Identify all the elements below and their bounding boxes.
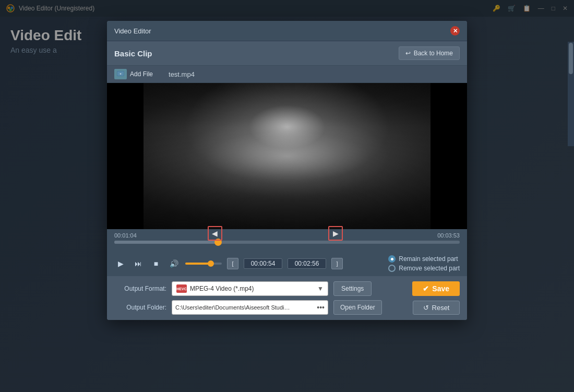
format-select-text: MPEG-4 Video (*.mp4): [190, 285, 254, 292]
volume-slider[interactable]: [185, 263, 222, 265]
modal-close-button[interactable]: ✕: [450, 26, 460, 35]
controls-row: ▶ ⏭ ■ 🔊 [ ]: [107, 251, 467, 276]
format-select[interactable]: HEVC MPEG-4 Video (*.mp4) ▼: [172, 281, 328, 296]
selection-radio-group: Remain selected part Remove selected par…: [388, 255, 460, 272]
modal-dialog: Video Editor ✕ Basic Clip ↩ Back to Home: [107, 21, 467, 320]
clip-start-button[interactable]: [: [227, 258, 238, 269]
clip-marker-right[interactable]: ▶: [328, 226, 343, 241]
back-to-home-button[interactable]: ↩ Back to Home: [399, 46, 460, 60]
modal-header: Basic Clip ↩ Back to Home: [107, 41, 467, 65]
settings-button[interactable]: Settings: [333, 281, 372, 296]
video-player[interactable]: [107, 83, 467, 229]
timeline-track[interactable]: ◀ ▶: [114, 241, 460, 244]
action-buttons: ✔ Save: [412, 281, 460, 296]
remain-selected-dot: [388, 255, 396, 263]
save-button[interactable]: ✔ Save: [412, 281, 460, 296]
modal-overlay: Video Editor ✕ Basic Clip ↩ Back to Home: [0, 0, 574, 392]
timeline-progress: [114, 241, 218, 244]
next-button[interactable]: ⏭: [132, 257, 145, 270]
save-check-icon: ✔: [423, 284, 429, 293]
remain-selected-radio[interactable]: Remain selected part: [388, 255, 460, 263]
right-scrollbar[interactable]: [568, 42, 574, 146]
time-start-label: 00:01:04: [114, 232, 137, 239]
svg-text:+: +: [119, 72, 122, 75]
remove-selected-radio[interactable]: Remove selected part: [388, 265, 460, 272]
video-frame: [107, 83, 467, 229]
video-right-bar: [430, 83, 467, 229]
modal-title: Video Editor: [114, 27, 151, 35]
clip-end-time[interactable]: [288, 258, 326, 269]
back-icon: ↩: [405, 50, 411, 57]
volume-button[interactable]: 🔊: [168, 257, 180, 270]
format-icon: HEVC: [176, 284, 187, 293]
app-background: Video Editor (Unregistered) 🔑 🛒 📋 — □ ✕ …: [0, 0, 574, 392]
add-file-icon: +: [114, 69, 127, 79]
folder-dots-button[interactable]: •••: [317, 303, 325, 312]
modal-section-title: Basic Clip: [114, 49, 152, 58]
open-folder-button[interactable]: Open Folder: [333, 300, 382, 315]
chevron-down-icon: ▼: [317, 285, 324, 292]
clip-marker-left[interactable]: ◀: [208, 226, 222, 241]
folder-path-input[interactable]: C:\Users\editer\Documents\Aiseesoft Stud…: [172, 300, 328, 315]
play-button[interactable]: ▶: [114, 257, 127, 270]
reset-button[interactable]: ↺ Reset: [413, 301, 460, 315]
volume-knob[interactable]: [208, 260, 214, 267]
stop-button[interactable]: ■: [150, 257, 162, 270]
video-left-bar: [107, 83, 144, 229]
scrollbar-thumb[interactable]: [569, 43, 573, 74]
modal-titlebar: Video Editor ✕: [107, 21, 467, 41]
clip-start-time[interactable]: [244, 258, 282, 269]
clip-end-button[interactable]: ]: [331, 258, 343, 269]
format-row: Output Format: HEVC MPEG-4 Video (*.mp4)…: [114, 281, 460, 296]
time-labels: 00:01:04 00:03:53: [114, 232, 460, 239]
folder-row: Output Folder: C:\Users\editer\Documents…: [114, 300, 460, 315]
file-name: test.mp4: [169, 70, 195, 78]
timeline-area: 00:01:04 00:03:53 ◀ ▶: [107, 229, 467, 251]
time-end-label: 00:03:53: [437, 232, 460, 239]
remove-selected-dot: [388, 265, 396, 272]
video-content: [107, 83, 467, 229]
output-area: Output Format: HEVC MPEG-4 Video (*.mp4)…: [107, 276, 467, 320]
folder-label: Output Folder:: [114, 304, 166, 311]
reset-icon: ↺: [423, 304, 429, 312]
format-label: Output Format:: [114, 285, 166, 292]
add-file-row: + Add File test.mp4: [107, 65, 467, 83]
folder-path-text: C:\Users\editer\Documents\Aiseesoft Stud…: [175, 304, 290, 311]
add-file-button[interactable]: + Add File: [114, 69, 153, 79]
